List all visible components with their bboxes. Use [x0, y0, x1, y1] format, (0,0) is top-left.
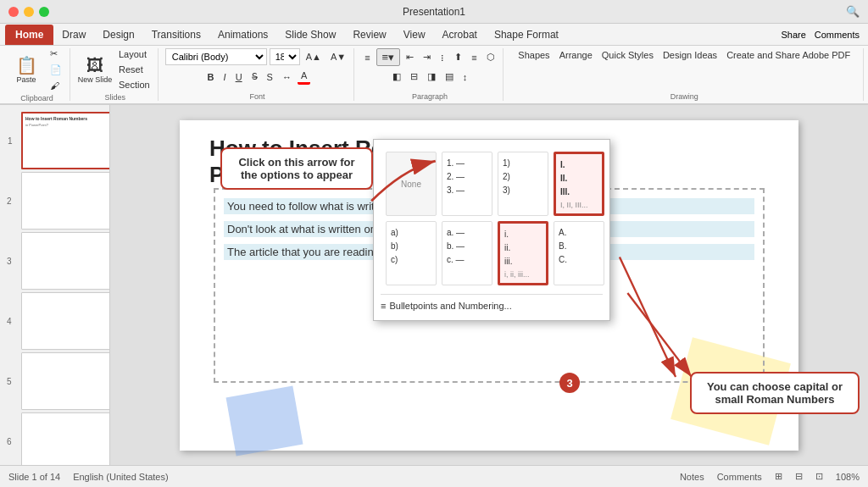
dropdown-alpha-caps[interactable]: A.B.C.: [554, 221, 604, 285]
align-left-button[interactable]: ◧: [389, 69, 404, 84]
strikethrough-button[interactable]: S̶: [248, 69, 261, 84]
view-normal-button[interactable]: ⊞: [775, 471, 782, 482]
comments-status-button[interactable]: Comments: [717, 472, 762, 482]
reset-button[interactable]: Reset: [115, 63, 153, 76]
dropdown-roman-lower[interactable]: i.ii.iii. i, ii, iii...: [498, 221, 548, 285]
tab-draw[interactable]: Draw: [53, 26, 94, 43]
slide-canvas-area: How to Insert Roman Numerals in PowerPoi…: [110, 105, 868, 465]
drawing-label: Drawing: [670, 92, 698, 101]
clipboard-group: 📋 Paste ✂ 📄 🖌 Clipboard: [4, 48, 70, 101]
view-slide-sorter-button[interactable]: ⊟: [795, 471, 803, 482]
slide-num-2: 2: [7, 196, 12, 206]
spacing-button[interactable]: ↔: [279, 70, 295, 84]
tab-design[interactable]: Design: [94, 26, 142, 43]
text-direction-button[interactable]: ⬆: [451, 50, 465, 64]
font-label: Font: [249, 92, 264, 101]
slide-num-5: 5: [7, 377, 12, 386]
dropdown-roman-capital[interactable]: I.II.III. I, II, III...: [554, 152, 604, 216]
paragraph-label: Paragraph: [412, 92, 448, 101]
section-button[interactable]: Section: [115, 78, 153, 91]
notes-button[interactable]: Notes: [680, 472, 704, 482]
tab-view[interactable]: View: [395, 26, 434, 43]
slide-num-6: 6: [7, 437, 12, 446]
paste-button[interactable]: 📋 Paste: [8, 47, 44, 91]
font-size-select[interactable]: 18: [270, 48, 300, 65]
slide-thumb-4[interactable]: 4: [21, 292, 110, 350]
copy-button[interactable]: 📄: [47, 63, 65, 77]
font-color-button[interactable]: A: [298, 69, 310, 85]
dropdown-panel: None 1. —2. —3. — 1)2)3) I.II.III. I, II…: [373, 139, 610, 321]
decorative-blue: [226, 385, 303, 456]
layout-button[interactable]: Layout: [115, 47, 153, 61]
align-text-button[interactable]: ≡: [468, 51, 480, 64]
dropdown-numbered-paren[interactable]: 1)2)3): [498, 152, 548, 216]
status-right: Notes Comments ⊞ ⊟ ⊡ 108%: [680, 471, 860, 482]
tab-acrobat[interactable]: Acrobat: [434, 26, 486, 43]
increase-font-button[interactable]: A▲: [303, 50, 325, 64]
comments-button[interactable]: Comments: [815, 30, 860, 40]
title-bar: Presentation1 🔍: [0, 0, 868, 24]
bold-button[interactable]: B: [204, 70, 218, 84]
new-slide-button[interactable]: 🖼 New Slide: [77, 47, 113, 91]
italic-button[interactable]: I: [220, 70, 230, 84]
slide-num-4: 4: [7, 317, 12, 326]
dropdown-numbered-dash[interactable]: 1. —2. —3. —: [442, 152, 492, 216]
line-spacing-button[interactable]: ↕: [459, 70, 471, 84]
main-area: 1 How to Insert Roman Numbers in PowerPo…: [0, 105, 868, 465]
slide-thumb-5[interactable]: 5: [21, 352, 110, 410]
status-bar: Slide 1 of 14 English (United States) No…: [0, 465, 868, 487]
align-right-button[interactable]: ◨: [424, 69, 439, 84]
maximize-button[interactable]: [39, 7, 49, 17]
dropdown-none[interactable]: None: [386, 152, 437, 216]
tab-home[interactable]: Home: [5, 25, 53, 45]
columns-button[interactable]: ⫶: [437, 51, 448, 64]
title-bar-icons: 🔍: [846, 5, 860, 18]
cut-button[interactable]: ✂: [47, 47, 65, 61]
tab-transitions[interactable]: Transitions: [143, 26, 209, 43]
tab-shapeformat[interactable]: Shape Format: [486, 26, 567, 43]
tab-slideshow[interactable]: Slide Show: [276, 26, 344, 43]
decrease-indent-button[interactable]: ⇤: [403, 50, 417, 64]
close-button[interactable]: [8, 7, 19, 17]
slide-thumb-2[interactable]: 2: [21, 172, 110, 230]
align-center-button[interactable]: ⊟: [407, 69, 421, 84]
justify-button[interactable]: ▤: [442, 69, 457, 84]
text-shadow-button[interactable]: S: [264, 70, 276, 84]
slide-info: Slide 1 of 14: [8, 472, 60, 482]
minimize-button[interactable]: [24, 7, 34, 17]
bullet-list-button[interactable]: ≡: [361, 51, 373, 64]
slide-thumb-1[interactable]: 1 How to Insert Roman Numbers in PowerPo…: [21, 112, 110, 169]
arrange-button[interactable]: Arrange: [556, 48, 596, 62]
design-ideas-button[interactable]: Design Ideas: [659, 48, 721, 62]
drawing-group: Shapes Arrange Quick Styles Design Ideas…: [506, 48, 864, 101]
underline-button[interactable]: U: [232, 70, 246, 84]
convert-smartart-button[interactable]: ⬡: [483, 50, 498, 64]
ribbon-toolbar: 📋 Paste ✂ 📄 🖌 Clipboard 🖼 New Slide Layo…: [0, 46, 868, 105]
quick-styles-button[interactable]: Quick Styles: [598, 48, 657, 62]
slide-thumb-6[interactable]: 6: [21, 412, 110, 465]
language-indicator: English (United States): [73, 472, 169, 482]
tab-review[interactable]: Review: [344, 26, 394, 43]
paragraph-group: ≡ ≡▾ ⇤ ⇥ ⫶ ⬆ ≡ ⬡ ◧ ⊟ ◨ ▤ ↕ Paragraph: [357, 48, 503, 101]
window-title: Presentation1: [403, 6, 465, 18]
shapes-button[interactable]: Shapes: [515, 48, 553, 62]
numbered-list-button[interactable]: ≡▾: [376, 48, 401, 66]
decrease-font-button[interactable]: A▼: [327, 50, 349, 64]
dropdown-alpha-lower-paren[interactable]: a)b)c): [386, 221, 437, 285]
view-reading-button[interactable]: ⊡: [815, 471, 823, 482]
dropdown-alpha-dash[interactable]: a. —b. —c. —: [442, 221, 492, 285]
slide-num-3: 3: [7, 257, 12, 266]
zoom-level[interactable]: 108%: [836, 472, 860, 482]
annotation-circle-3: 3: [559, 373, 580, 393]
window-controls[interactable]: [8, 7, 49, 17]
create-share-adobe-button[interactable]: Create and Share Adobe PDF: [723, 48, 854, 62]
dropdown-divider: [381, 294, 603, 295]
slides-group: 🖼 New Slide Layout Reset Section Slides: [73, 48, 159, 101]
font-name-select[interactable]: Calibri (Body): [165, 48, 267, 65]
format-painter-button[interactable]: 🖌: [47, 79, 65, 92]
share-button[interactable]: Share: [781, 30, 805, 40]
dropdown-bullets-numbering-link[interactable]: ≡ Bulletpoints and Numbering...: [381, 298, 603, 313]
slide-thumb-3[interactable]: 3: [21, 232, 110, 290]
tab-animations[interactable]: Animations: [209, 26, 276, 43]
increase-indent-button[interactable]: ⇥: [420, 50, 434, 64]
